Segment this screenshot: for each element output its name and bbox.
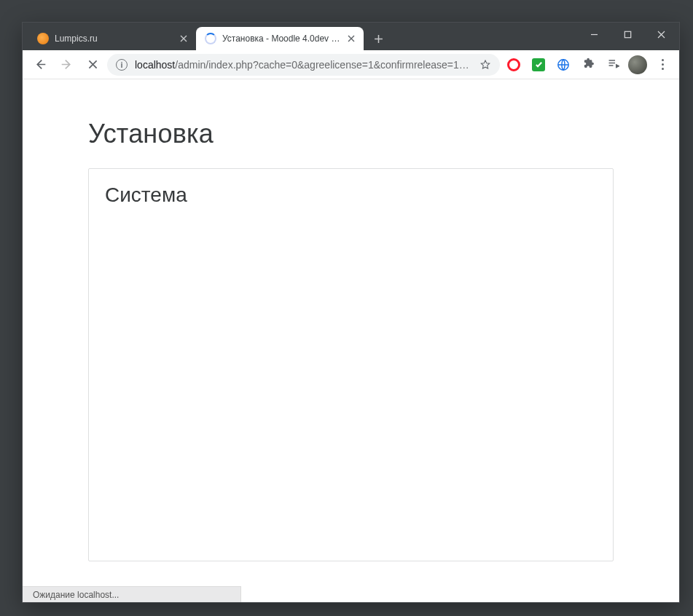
url-text: localhost/admin/index.php?cache=0&agreel… xyxy=(135,59,472,71)
browser-toolbar: i localhost/admin/index.php?cache=0&agre… xyxy=(23,50,679,79)
back-button[interactable] xyxy=(28,53,52,76)
browser-window: Lumpics.ru Установка - Moodle 4.0dev (Bu… xyxy=(22,22,680,603)
install-card: Система xyxy=(88,168,614,561)
page-content: Установка Система xyxy=(23,79,679,561)
bookmark-star-icon[interactable] xyxy=(479,59,491,71)
checkmark-extension-icon[interactable] xyxy=(528,54,549,76)
url-path: /admin/index.php?cache=0&agreelicense=1&… xyxy=(175,59,469,71)
window-controls xyxy=(577,23,678,46)
close-tab-icon[interactable] xyxy=(179,33,189,44)
loading-spinner-icon xyxy=(205,33,216,44)
card-heading: Система xyxy=(105,183,597,207)
tab-strip: Lumpics.ru Установка - Moodle 4.0dev (Bu… xyxy=(23,23,679,50)
page-heading: Установка xyxy=(88,119,614,149)
stop-reload-button[interactable] xyxy=(81,53,104,76)
opera-extension-icon[interactable] xyxy=(503,54,525,76)
tab-title: Lumpics.ru xyxy=(55,33,173,44)
profile-avatar[interactable] xyxy=(627,54,649,76)
close-window-button[interactable] xyxy=(644,23,678,46)
maximize-button[interactable] xyxy=(611,23,644,46)
status-text: Ожидание localhost... xyxy=(33,590,119,600)
url-host: localhost xyxy=(135,59,175,71)
tab-lumpics[interactable]: Lumpics.ru xyxy=(28,27,196,50)
lumpics-favicon xyxy=(37,33,49,44)
close-tab-icon[interactable] xyxy=(346,33,356,44)
media-control-icon[interactable] xyxy=(602,54,624,76)
new-tab-button[interactable] xyxy=(368,28,388,49)
globe-extension-icon[interactable] xyxy=(552,54,574,76)
status-bar: Ожидание localhost... xyxy=(23,586,241,602)
extensions-puzzle-icon[interactable] xyxy=(577,54,599,76)
minimize-button[interactable] xyxy=(577,23,611,46)
svg-rect-0 xyxy=(625,31,630,37)
address-bar[interactable]: i localhost/admin/index.php?cache=0&agre… xyxy=(107,54,500,76)
site-info-icon[interactable]: i xyxy=(116,59,128,71)
forward-button[interactable] xyxy=(55,53,78,76)
tab-moodle-install[interactable]: Установка - Moodle 4.0dev (Buil xyxy=(196,27,364,50)
tab-title: Установка - Moodle 4.0dev (Buil xyxy=(222,33,340,44)
chrome-menu-button[interactable] xyxy=(651,54,673,76)
page-viewport: Установка Система Ожидание localhost... xyxy=(23,79,679,602)
